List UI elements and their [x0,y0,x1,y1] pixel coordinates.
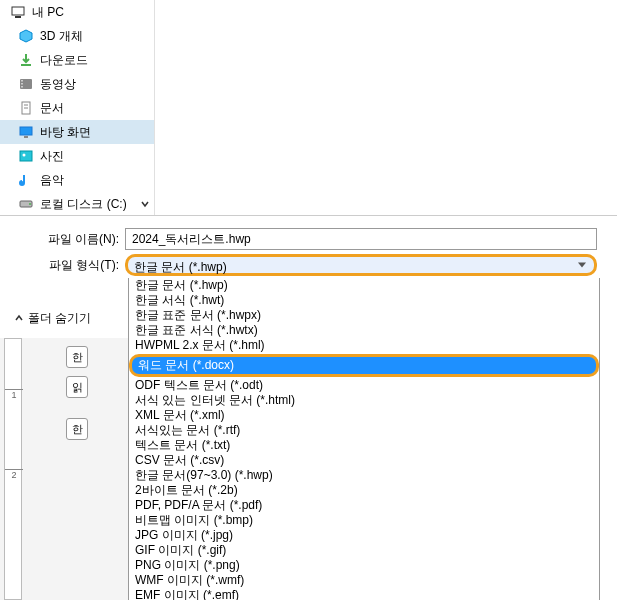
tree-item-music[interactable]: 음악 [0,168,154,192]
svg-marker-2 [20,30,32,42]
dropdown-item[interactable]: 한글 문서(97~3.0) (*.hwp) [129,468,599,483]
photos-icon [18,148,34,164]
tree-label: 사진 [40,148,64,165]
svg-rect-6 [21,83,23,85]
tree-item-pc[interactable]: 내 PC [0,0,154,24]
hide-folders-label: 폴더 숨기기 [28,310,91,327]
tree-item-photos[interactable]: 사진 [0,144,154,168]
dropdown-item[interactable]: 2바이트 문서 (*.2b) [129,483,599,498]
cube-icon [18,28,34,44]
video-icon [18,76,34,92]
tree-label: 로컬 디스크 (C:) [40,196,127,213]
filetype-dropdown: 한글 문서 (*.hwp) 한글 서식 (*.hwt) 한글 표준 문서 (*.… [128,278,600,600]
dropdown-item[interactable]: XML 문서 (*.xml) [129,408,599,423]
dropdown-item[interactable]: ODF 텍스트 문서 (*.odt) [129,378,599,393]
chevron-down-icon[interactable] [138,197,152,211]
dropdown-item-highlighted[interactable]: 워드 문서 (*.docx) [129,354,599,377]
filetype-row: 파일 형식(T): 한글 문서 (*.hwp) [0,254,617,276]
tree-label: 바탕 화면 [40,124,91,141]
tree-label: 동영상 [40,76,76,93]
dropdown-item[interactable]: CSV 문서 (*.csv) [129,453,599,468]
filename-input[interactable] [125,228,597,250]
doc-mode-button-1[interactable]: 한 [66,346,88,368]
tree-label: 3D 개체 [40,28,83,45]
svg-point-14 [23,154,26,157]
dropdown-item[interactable]: 한글 문서 (*.hwp) [129,278,599,293]
pc-icon [10,4,26,20]
filename-label: 파일 이름(N): [0,231,125,248]
dropdown-item[interactable]: EMF 이미지 (*.emf) [129,588,599,600]
dropdown-item[interactable]: 한글 서식 (*.hwt) [129,293,599,308]
ruler-tick: 1 [5,389,23,400]
tree-label: 음악 [40,172,64,189]
filename-row: 파일 이름(N): [0,228,617,250]
dropdown-item[interactable]: JPG 이미지 (*.jpg) [129,528,599,543]
dropdown-item[interactable]: WMF 이미지 (*.wmf) [129,573,599,588]
tree-item-downloads[interactable]: 다운로드 [0,48,154,72]
dropdown-item[interactable]: GIF 이미지 (*.gif) [129,543,599,558]
vertical-ruler: 1 2 [4,338,22,600]
folder-tree-sidebar: 내 PC 3D 개체 다운로드 동영상 문서 바탕 화면 사진 [0,0,155,215]
tree-item-documents[interactable]: 문서 [0,96,154,120]
documents-icon [18,100,34,116]
tree-item-desktop[interactable]: 바탕 화면 [0,120,154,144]
dropdown-item[interactable]: HWPML 2.x 문서 (*.hml) [129,338,599,353]
dropdown-item[interactable]: 한글 표준 서식 (*.hwtx) [129,323,599,338]
svg-point-17 [29,203,31,205]
dropdown-item[interactable]: PNG 이미지 (*.png) [129,558,599,573]
tree-item-3d[interactable]: 3D 개체 [0,24,154,48]
filetype-label: 파일 형식(T): [0,257,125,274]
ruler-area: 1 2 한 읽 한 [0,338,130,600]
ruler-tick: 2 [5,469,23,480]
tree-label: 다운로드 [40,52,88,69]
svg-rect-12 [24,136,28,138]
svg-rect-5 [21,80,23,82]
save-dialog-lower: 파일 이름(N): 파일 형식(T): 한글 문서 (*.hwp) 한글 문서 … [0,215,617,280]
doc-mode-button-2[interactable]: 읽 [66,376,88,398]
tree-item-disk-c[interactable]: 로컬 디스크 (C:) [0,192,154,216]
svg-rect-7 [21,86,23,88]
filetype-select[interactable]: 한글 문서 (*.hwp) [125,254,597,276]
dropdown-item[interactable]: 텍스트 문서 (*.txt) [129,438,599,453]
doc-mode-button-3[interactable]: 한 [66,418,88,440]
svg-rect-3 [21,64,31,66]
filetype-value: 한글 문서 (*.hwp) [134,260,227,274]
dropdown-item[interactable]: 서식있는 문서 (*.rtf) [129,423,599,438]
svg-point-15 [20,181,24,185]
download-icon [18,52,34,68]
tree-label: 내 PC [32,4,64,21]
dropdown-item[interactable]: 비트맵 이미지 (*.bmp) [129,513,599,528]
dropdown-item[interactable]: 서식 있는 인터넷 문서 (*.html) [129,393,599,408]
chevron-up-icon [14,312,24,326]
desktop-icon [18,124,34,140]
disk-icon [18,196,34,212]
tree-item-videos[interactable]: 동영상 [0,72,154,96]
svg-rect-13 [20,151,32,161]
dropdown-item[interactable]: PDF, PDF/A 문서 (*.pdf) [129,498,599,513]
svg-rect-0 [12,7,24,15]
hide-folders-button[interactable]: 폴더 숨기기 [14,310,91,327]
svg-rect-1 [15,16,21,18]
dropdown-item[interactable]: 한글 표준 문서 (*.hwpx) [129,308,599,323]
music-icon [18,172,34,188]
tree-label: 문서 [40,100,64,117]
svg-rect-11 [20,127,32,135]
